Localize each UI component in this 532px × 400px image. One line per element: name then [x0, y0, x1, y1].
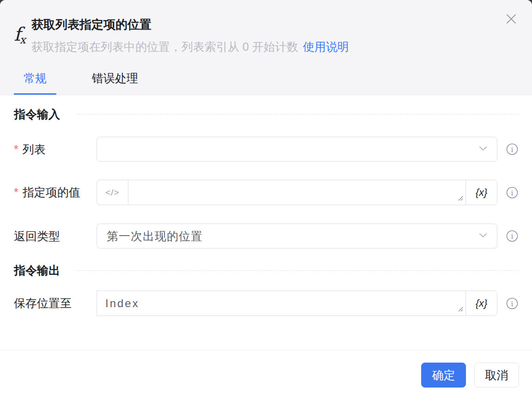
field-save-to-label: 保存位置至 [14, 296, 97, 311]
info-icon[interactable]: i [506, 230, 518, 242]
svg-text:i: i [511, 189, 514, 197]
field-list-label: * 列表 [14, 142, 97, 157]
chevron-down-icon [478, 230, 489, 242]
field-save-to: 保存位置至 Index {x} i [14, 291, 519, 316]
field-item-value: * 指定项的值 </> {x} i [14, 180, 519, 205]
required-asterisk: * [14, 144, 18, 155]
section-output: 指令输出 [14, 264, 519, 276]
variable-fx-button[interactable]: {x} [466, 291, 497, 315]
info-icon[interactable]: i [506, 143, 518, 155]
dialog-footer: 确定 取消 [0, 350, 532, 400]
section-divider [77, 270, 519, 271]
item-value-input-group: </> {x} [97, 180, 497, 205]
list-select[interactable] [97, 137, 497, 162]
confirm-button[interactable]: 确定 [421, 363, 466, 388]
section-input: 指令输入 [14, 108, 519, 120]
return-type-select-value: 第一次出现的位置 [107, 229, 203, 244]
dialog-header: fx 获取列表指定项的位置 获取指定项在列表中的位置，列表索引从 0 开始计数使… [0, 0, 532, 95]
svg-text:i: i [511, 145, 514, 154]
tab-error-handling[interactable]: 错误处理 [82, 71, 148, 95]
code-mode-icon[interactable]: </> [97, 180, 128, 205]
save-to-textarea[interactable]: Index [97, 291, 466, 315]
save-to-input-group: Index {x} [97, 291, 497, 316]
fx-function-icon: fx [14, 25, 31, 45]
instruction-dialog: fx 获取列表指定项的位置 获取指定项在列表中的位置，列表索引从 0 开始计数使… [0, 0, 532, 400]
field-return-type: 返回类型 第一次出现的位置 i [14, 224, 519, 248]
tab-general[interactable]: 常规 [14, 71, 56, 95]
return-type-select[interactable]: 第一次出现的位置 [97, 224, 497, 248]
item-value-textarea[interactable] [128, 180, 466, 205]
section-output-title: 指令输出 [14, 263, 60, 278]
info-icon[interactable]: i [506, 187, 518, 199]
field-return-type-label: 返回类型 [14, 229, 97, 244]
help-link[interactable]: 使用说明 [303, 40, 349, 53]
svg-text:i: i [511, 232, 514, 241]
field-item-value-label: * 指定项的值 [14, 185, 97, 200]
cancel-button[interactable]: 取消 [474, 363, 519, 388]
variable-fx-button[interactable]: {x} [466, 180, 497, 205]
svg-text:i: i [511, 300, 514, 308]
close-icon[interactable] [504, 12, 518, 26]
header-text: 获取列表指定项的位置 获取指定项在列表中的位置，列表索引从 0 开始计数使用说明 [31, 18, 349, 54]
info-icon[interactable]: i [506, 297, 518, 309]
resize-handle-icon[interactable] [457, 194, 463, 203]
section-input-title: 指令输入 [14, 107, 60, 122]
dialog-title: 获取列表指定项的位置 [31, 18, 349, 31]
resize-handle-icon[interactable] [457, 305, 463, 314]
dialog-body: 指令输入 * 列表 i * [0, 108, 532, 316]
chevron-down-icon [478, 143, 489, 156]
field-list: * 列表 i [14, 137, 519, 162]
section-divider [77, 114, 519, 115]
required-asterisk: * [14, 187, 18, 198]
tab-bar: 常规 错误处理 [14, 71, 148, 95]
dialog-subtitle: 获取指定项在列表中的位置，列表索引从 0 开始计数使用说明 [31, 40, 349, 54]
